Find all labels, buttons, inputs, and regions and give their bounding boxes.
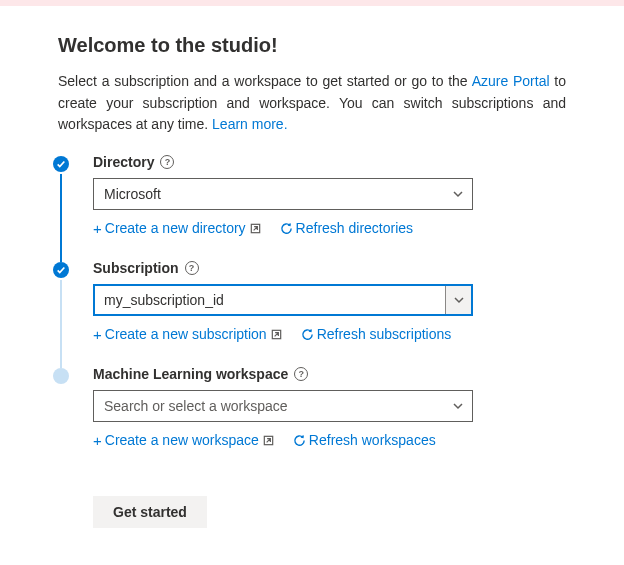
info-icon[interactable]: ?: [185, 261, 199, 275]
learn-more-link[interactable]: Learn more.: [212, 116, 287, 132]
page-title: Welcome to the studio!: [58, 34, 566, 57]
step-directory: Directory ? Microsoft + Create a new dir…: [58, 154, 566, 260]
subscription-select-wrap: my_subscription_id: [93, 284, 473, 316]
azure-portal-link[interactable]: Azure Portal: [472, 73, 550, 89]
check-icon: [56, 265, 66, 275]
refresh-workspaces-link[interactable]: Refresh workspaces: [293, 432, 436, 448]
create-subscription-link[interactable]: + Create a new subscription: [93, 326, 283, 342]
directory-label: Directory: [93, 154, 154, 170]
create-directory-link[interactable]: + Create a new directory: [93, 220, 262, 236]
external-link-icon: [262, 434, 275, 447]
steps-list: Directory ? Microsoft + Create a new dir…: [58, 154, 566, 458]
get-started-button[interactable]: Get started: [93, 496, 207, 528]
step-marker-pending: [53, 368, 69, 384]
dialog-container: Welcome to the studio! Select a subscrip…: [0, 6, 624, 565]
subscription-select[interactable]: my_subscription_id: [93, 284, 473, 316]
create-workspace-link[interactable]: + Create a new workspace: [93, 432, 275, 448]
create-directory-text: Create a new directory: [105, 220, 246, 236]
create-workspace-text: Create a new workspace: [105, 432, 259, 448]
refresh-directories-text: Refresh directories: [296, 220, 414, 236]
step-workspace: Machine Learning workspace ? Search or s…: [58, 366, 566, 458]
refresh-subscriptions-link[interactable]: Refresh subscriptions: [301, 326, 452, 342]
step-label-row: Subscription ?: [93, 260, 566, 276]
refresh-workspaces-text: Refresh workspaces: [309, 432, 436, 448]
workspace-actions: + Create a new workspace Refresh workspa…: [93, 432, 566, 448]
external-link-icon: [249, 222, 262, 235]
external-link-icon: [270, 328, 283, 341]
workspace-label: Machine Learning workspace: [93, 366, 288, 382]
plus-icon: +: [93, 433, 102, 448]
step-label-row: Directory ?: [93, 154, 566, 170]
directory-select[interactable]: Microsoft: [93, 178, 473, 210]
step-connector: [60, 280, 62, 368]
directory-select-wrap: Microsoft: [93, 178, 473, 210]
step-connector: [60, 174, 62, 262]
intro-pre: Select a subscription and a workspace to…: [58, 73, 472, 89]
check-icon: [56, 159, 66, 169]
refresh-subscriptions-text: Refresh subscriptions: [317, 326, 452, 342]
step-marker-done: [53, 156, 69, 172]
workspace-select[interactable]: Search or select a workspace: [93, 390, 473, 422]
subscription-actions: + Create a new subscription Refresh subs…: [93, 326, 566, 342]
refresh-directories-link[interactable]: Refresh directories: [280, 220, 414, 236]
info-icon[interactable]: ?: [294, 367, 308, 381]
create-subscription-text: Create a new subscription: [105, 326, 267, 342]
info-icon[interactable]: ?: [160, 155, 174, 169]
step-marker-done: [53, 262, 69, 278]
plus-icon: +: [93, 221, 102, 236]
subscription-label: Subscription: [93, 260, 179, 276]
refresh-icon: [301, 328, 314, 341]
refresh-icon: [293, 434, 306, 447]
footer: Get started: [58, 496, 566, 528]
step-subscription: Subscription ? my_subscription_id + Crea…: [58, 260, 566, 366]
refresh-icon: [280, 222, 293, 235]
directory-actions: + Create a new directory Refresh directo…: [93, 220, 566, 236]
step-label-row: Machine Learning workspace ?: [93, 366, 566, 382]
intro-text: Select a subscription and a workspace to…: [58, 71, 566, 136]
workspace-select-wrap: Search or select a workspace: [93, 390, 473, 422]
plus-icon: +: [93, 327, 102, 342]
